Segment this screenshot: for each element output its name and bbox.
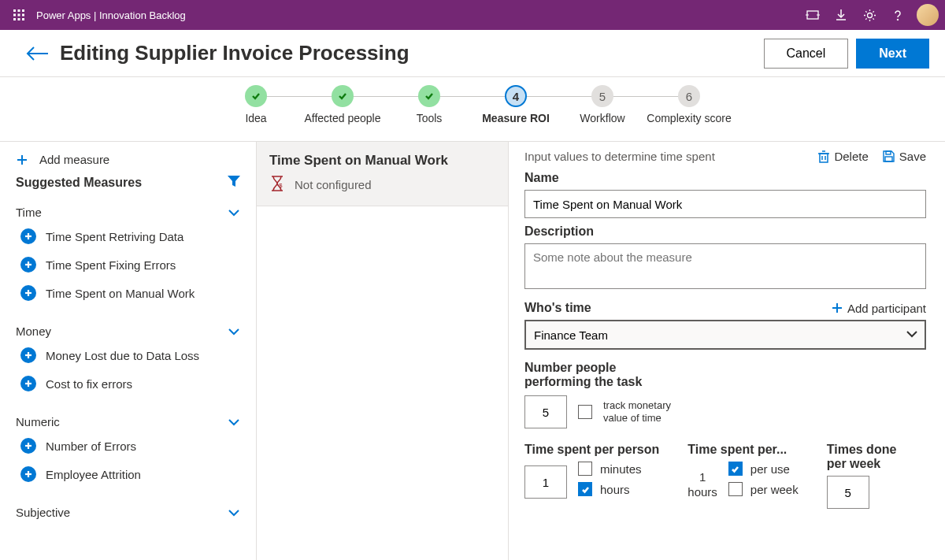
suggest-item[interactable]: Number of Errors [0, 432, 256, 460]
add-participant-button[interactable]: Add participant [832, 302, 926, 315]
hours-checkbox[interactable] [578, 482, 592, 496]
step-workflow[interactable]: 5 Workflow [559, 85, 646, 125]
suggest-item[interactable]: Employee Attrition [0, 460, 256, 488]
svg-rect-1 [18, 9, 20, 12]
num-people-input[interactable] [524, 395, 567, 428]
step-complexity-score[interactable]: 6 Complexity score [646, 85, 732, 125]
suggest-item[interactable]: Money Lost due to Data Loss [0, 341, 256, 369]
track-monetary-label: track monetary value of time [603, 399, 682, 424]
group-subjective[interactable]: Subjective [0, 498, 256, 522]
page-title: Editing Supplier Invoice Processing [60, 41, 410, 65]
avatar[interactable] [917, 4, 939, 26]
add-icon [20, 438, 36, 454]
fit-icon[interactable] [799, 0, 827, 30]
chevron-down-icon [228, 325, 240, 338]
step-idea[interactable]: Idea [213, 85, 299, 125]
group-numeric[interactable]: Numeric [0, 407, 256, 432]
stepper: Idea Affected people Tools 4 Measure ROI… [0, 77, 945, 142]
chevron-down-icon [228, 415, 240, 428]
description-input[interactable] [524, 243, 926, 289]
add-icon [20, 466, 36, 482]
whos-time-label: Who's time [524, 301, 591, 315]
step-measure-roi[interactable]: 4 Measure ROI [472, 85, 559, 125]
svg-rect-6 [13, 18, 16, 20]
svg-text:$: $ [279, 182, 283, 189]
svg-rect-8 [22, 18, 24, 20]
time-spent-per-person-label: Time spent per person [524, 443, 659, 457]
minutes-checkbox[interactable] [578, 462, 592, 476]
gear-icon[interactable] [855, 0, 884, 30]
step-affected-people[interactable]: Affected people [299, 85, 386, 125]
measure-card-status-label: Not configured [295, 178, 372, 191]
description-label: Description [524, 224, 926, 239]
time-spent-per-label: Time spent per... [687, 443, 798, 457]
svg-rect-35 [820, 154, 828, 162]
suggest-item[interactable]: Time Spent on Manual Work [0, 279, 256, 307]
add-measure-button[interactable]: Add measure [0, 148, 256, 171]
right-pane: Input values to determine time spent Del… [509, 142, 945, 560]
suggested-measures-label: Suggested Measures [16, 176, 142, 190]
add-icon [20, 347, 36, 363]
form-hint: Input values to determine time spent [524, 150, 715, 163]
suggest-item[interactable]: Cost to fix errors [0, 369, 256, 398]
svg-rect-5 [22, 14, 24, 17]
svg-rect-7 [18, 18, 20, 20]
times-done-input[interactable] [827, 476, 869, 509]
add-icon [20, 376, 36, 391]
left-pane: Add measure Suggested Measures Time Time… [0, 142, 257, 560]
delete-button[interactable]: Delete [818, 150, 868, 163]
title-bar: Editing Supplier Invoice Processing Canc… [0, 30, 945, 77]
svg-point-14 [867, 13, 872, 17]
times-done-label: Times done per week [827, 443, 914, 471]
track-monetary-checkbox[interactable] [578, 405, 592, 419]
step-tools[interactable]: Tools [386, 85, 472, 125]
hourglass-icon: $ [269, 175, 285, 195]
add-icon [20, 285, 36, 301]
svg-marker-19 [228, 176, 240, 187]
next-button[interactable]: Next [856, 39, 929, 69]
measure-card[interactable]: Time Spent on Manual Work $ Not configur… [257, 142, 508, 206]
add-icon [20, 228, 36, 244]
filter-icon[interactable] [228, 176, 240, 190]
per-use-checkbox[interactable] [728, 462, 743, 476]
app-header: Power Apps | Innovation Backlog [0, 0, 945, 30]
download-icon[interactable] [827, 0, 855, 30]
name-input[interactable] [524, 190, 926, 218]
cancel-button[interactable]: Cancel [764, 39, 849, 69]
chevron-down-icon [228, 506, 240, 519]
svg-point-15 [897, 19, 899, 20]
suggest-item[interactable]: Time Spent Retriving Data [0, 222, 256, 250]
group-time[interactable]: Time [0, 198, 256, 222]
plus-icon [16, 154, 28, 166]
whos-time-select[interactable] [524, 320, 926, 350]
suggest-item[interactable]: Time Spent Fixing Errors [0, 250, 256, 279]
time-spent-per-static: 1hours [687, 469, 717, 500]
save-icon [883, 150, 895, 162]
svg-rect-0 [13, 9, 16, 12]
middle-pane: Time Spent on Manual Work $ Not configur… [257, 142, 509, 560]
chevron-down-icon [228, 206, 240, 219]
plus-icon [832, 302, 843, 313]
time-spent-per-person-input[interactable] [524, 465, 567, 499]
svg-rect-2 [22, 9, 24, 12]
name-label: Name [524, 171, 926, 185]
num-people-label: Number people performing the task [524, 361, 658, 389]
svg-rect-41 [885, 157, 892, 161]
svg-rect-40 [886, 151, 891, 154]
group-money[interactable]: Money [0, 317, 256, 341]
trash-icon [818, 150, 829, 163]
back-arrow-icon[interactable] [22, 38, 54, 69]
svg-rect-3 [13, 14, 16, 17]
svg-rect-9 [807, 11, 818, 19]
help-icon[interactable] [884, 0, 912, 30]
add-icon [20, 257, 36, 273]
svg-rect-4 [18, 14, 20, 17]
app-breadcrumb: Power Apps | Innovation Backlog [32, 9, 186, 21]
waffle-icon[interactable] [6, 9, 32, 20]
measure-card-title: Time Spent on Manual Work [269, 153, 495, 169]
per-week-checkbox[interactable] [728, 482, 743, 496]
save-button[interactable]: Save [883, 150, 926, 163]
